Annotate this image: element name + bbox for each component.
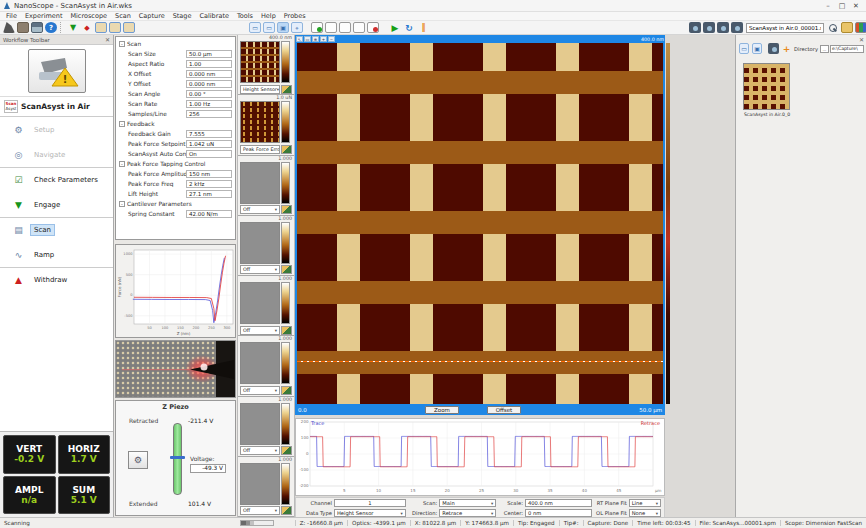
param-row-scan-angle[interactable]: Scan Angle0.00 °: [116, 89, 235, 99]
param-row-feedback[interactable]: -Feedback: [116, 119, 235, 129]
param-row-peak-force-amplitude[interactable]: Peak Force Amplitude150 nm: [116, 169, 235, 179]
help-icon[interactable]: ?: [45, 22, 57, 33]
param-row-feedback-gain[interactable]: Feedback Gain7.555: [116, 129, 235, 139]
camera-off-icon[interactable]: [731, 22, 743, 33]
channel-type-select[interactable]: Off▾: [240, 446, 280, 455]
ol-plane-fit-select[interactable]: None▾: [629, 509, 661, 517]
zoom-file-icon[interactable]: [827, 22, 839, 33]
channel-image-button[interactable]: [281, 446, 292, 455]
channel-image-button[interactable]: [281, 506, 292, 515]
rt-plane-fit-select[interactable]: Line▾: [629, 499, 661, 507]
workflow-item-scan[interactable]: ▤Scan: [0, 217, 113, 242]
directory-input[interactable]: e:\Capture\: [830, 45, 864, 53]
param-row-scan-size[interactable]: Scan Size50.0 μm: [116, 49, 235, 59]
param-row-y-offset[interactable]: Y Offset0.000 nm: [116, 79, 235, 89]
capture-view-icon-2[interactable]: ▣: [752, 43, 762, 54]
menu-tools[interactable]: Tools: [233, 12, 257, 20]
save-workspace-icon[interactable]: [31, 22, 43, 33]
stop-icon[interactable]: ‖: [417, 22, 429, 33]
captured-image-thumbnail[interactable]: [743, 63, 790, 110]
channel-thumbnail[interactable]: [240, 403, 280, 445]
channel-image-button[interactable]: [281, 326, 292, 335]
capture-abort-icon[interactable]: [367, 22, 379, 33]
channel-image-button[interactable]: [281, 265, 292, 274]
layout-view-icon[interactable]: [123, 22, 135, 33]
param-value[interactable]: 1.00: [186, 60, 232, 68]
channel-type-select[interactable]: Off▾: [240, 386, 280, 395]
param-value[interactable]: 0.000 nm: [186, 70, 232, 78]
realtime-view-icon[interactable]: [95, 22, 107, 33]
close-button[interactable]: ✕: [849, 1, 863, 11]
param-value[interactable]: 1.042 uN: [186, 140, 232, 148]
refresh-icon[interactable]: ↻: [403, 22, 415, 33]
afm-height-image[interactable]: [295, 43, 665, 404]
browse-directory-button[interactable]: ...: [820, 45, 829, 53]
channel-thumbnail[interactable]: [240, 342, 280, 384]
menu-probes[interactable]: Probes: [280, 12, 310, 20]
offline-view-icon[interactable]: [109, 22, 121, 33]
single-view-icon[interactable]: ▭: [249, 22, 261, 33]
withdraw-icon[interactable]: ◆: [81, 22, 93, 33]
workflow-item-check-parameters[interactable]: ☑Check Parameters: [0, 167, 113, 192]
menu-file[interactable]: File: [2, 12, 21, 20]
zoom-in-icon[interactable]: +: [320, 36, 327, 42]
menu-experiment[interactable]: Experiment: [21, 12, 67, 20]
image-view-icon[interactable]: ▣: [277, 22, 289, 33]
collapse-icon[interactable]: -: [119, 121, 125, 127]
camera-icon[interactable]: [689, 22, 701, 33]
capture-continuous-icon[interactable]: [339, 22, 351, 33]
param-value[interactable]: 0.00 °: [186, 90, 232, 98]
workflow-item-navigate[interactable]: ◎Navigate: [0, 142, 113, 167]
data-type-select[interactable]: Height Sensor▾: [334, 509, 406, 517]
run-icon[interactable]: ▶: [389, 22, 401, 33]
microscope-icon[interactable]: [3, 22, 15, 33]
param-value[interactable]: 256: [186, 110, 232, 118]
param-row-peak-force-tapping-control[interactable]: -Peak Force Tapping Control: [116, 159, 235, 169]
scale-field[interactable]: 400.0 nm: [525, 499, 592, 507]
point-view-icon[interactable]: ⌖: [291, 22, 303, 33]
box-tool-icon[interactable]: ▭: [304, 36, 311, 42]
channel-field[interactable]: 1: [334, 499, 406, 507]
param-row-peak-force-freq[interactable]: Peak Force Freq2 kHz: [116, 179, 235, 189]
direction-select[interactable]: Retrace▾: [439, 509, 496, 517]
menu-scan[interactable]: Scan: [111, 12, 135, 20]
param-row-peak-force-setpoint[interactable]: Peak Force Setpoint1.042 uN: [116, 139, 235, 149]
param-value[interactable]: 1.00 Hz: [186, 100, 232, 108]
channel-thumbnail[interactable]: [240, 222, 280, 264]
capture-view-icon-1[interactable]: ▭: [739, 43, 749, 54]
browse-captures-icon[interactable]: [855, 22, 866, 33]
engage-icon[interactable]: ▼: [67, 22, 79, 33]
param-value[interactable]: 150 nm: [186, 170, 232, 178]
dual-view-icon[interactable]: ▭: [263, 22, 275, 33]
channel-thumbnail[interactable]: [240, 282, 280, 324]
collapse-icon[interactable]: -: [119, 201, 125, 207]
stage-move-icon[interactable]: [17, 22, 29, 33]
camera-zoom-icon[interactable]: [703, 22, 715, 33]
capture-now-icon[interactable]: [311, 22, 323, 33]
param-value[interactable]: 2 kHz: [186, 180, 232, 188]
channel-image-button[interactable]: [281, 386, 292, 395]
scan-select[interactable]: Main▾: [439, 499, 496, 507]
param-value[interactable]: 50.0 μm: [186, 50, 232, 58]
menu-help[interactable]: Help: [257, 12, 280, 20]
channel-type-select[interactable]: Peak Force Error▾: [240, 145, 280, 154]
zoom-tool-icon[interactable]: ⊕: [312, 36, 319, 42]
channel-type-select[interactable]: Off▾: [240, 326, 280, 335]
param-value[interactable]: 42.00 N/m: [186, 210, 232, 218]
param-value[interactable]: 0.000 nm: [186, 80, 232, 88]
channel-type-select[interactable]: Off▾: [240, 265, 280, 274]
microscope-setup-button[interactable]: !: [28, 49, 86, 93]
capture-panel-close-icon[interactable]: ✕: [859, 36, 864, 43]
param-row-scan-rate[interactable]: Scan Rate1.00 Hz: [116, 99, 235, 109]
menu-microscope[interactable]: Microscope: [66, 12, 111, 20]
param-row-x-offset[interactable]: X Offset0.000 nm: [116, 69, 235, 79]
menu-capture[interactable]: Capture: [135, 12, 169, 20]
zoom-out-icon[interactable]: −: [328, 36, 335, 42]
zoom-button[interactable]: Zoom: [425, 406, 459, 414]
channel-thumbnail[interactable]: [240, 162, 280, 204]
workflow-close-icon[interactable]: ✕: [105, 36, 110, 43]
maximize-button[interactable]: □: [835, 1, 849, 11]
param-value[interactable]: 7.555: [186, 130, 232, 138]
open-folder-icon[interactable]: [841, 22, 853, 33]
menu-stage[interactable]: Stage: [169, 12, 196, 20]
